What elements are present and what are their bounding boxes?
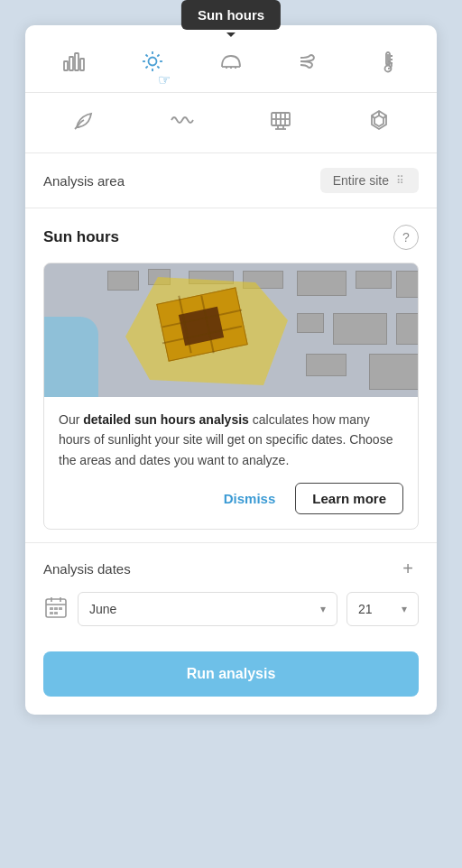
day-select[interactable]: 21 ▾ — [346, 592, 419, 626]
day-value: 21 — [358, 602, 373, 616]
month-select[interactable]: June ▾ — [78, 592, 337, 626]
help-button[interactable]: ? — [393, 225, 419, 250]
map-grey-bldg-9 — [306, 354, 346, 376]
sun-hours-section: Sun hours ? — [25, 208, 437, 530]
map-grey-bldg-10 — [369, 354, 418, 390]
info-card-body: Our detailed sun hours analysis calculat… — [44, 397, 418, 529]
svg-rect-2 — [75, 53, 79, 70]
svg-rect-41 — [59, 607, 62, 610]
calendar-icon — [43, 595, 69, 623]
dome-icon-btn[interactable] — [211, 42, 251, 81]
run-analysis-button[interactable]: Run analysis — [43, 651, 419, 697]
svg-rect-1 — [69, 57, 73, 70]
sun-hours-map-image — [44, 263, 418, 397]
svg-rect-0 — [64, 61, 68, 70]
sun-hours-tooltip: Sun hours — [181, 0, 281, 30]
svg-line-9 — [145, 55, 147, 57]
svg-rect-40 — [54, 607, 58, 610]
sun-hours-title: Sun hours — [43, 228, 119, 246]
day-chevron-icon: ▾ — [402, 603, 407, 615]
map-grey-bldg-4 — [356, 271, 392, 289]
sun-hours-icon-btn[interactable]: ☞ — [133, 42, 172, 81]
icon-toolbar-row2 — [25, 93, 437, 153]
grid-dots-icon: ⠿ — [396, 174, 406, 187]
map-grey-bldg-8 — [396, 313, 418, 345]
svg-rect-3 — [80, 59, 84, 70]
month-value: June — [89, 602, 116, 616]
map-water — [44, 317, 98, 397]
map-grey-bldg-1 — [107, 271, 139, 291]
wave-icon-btn[interactable] — [162, 100, 202, 140]
svg-rect-43 — [54, 612, 58, 614]
main-panel: ☞ — [25, 25, 437, 715]
info-card-actions: Dismiss Learn more — [59, 483, 403, 514]
info-card-text: Our detailed sun hours analysis calculat… — [59, 410, 403, 470]
month-chevron-icon: ▾ — [320, 603, 326, 615]
svg-rect-42 — [50, 612, 53, 614]
svg-point-4 — [148, 58, 156, 66]
solar-panel-icon-btn[interactable] — [261, 100, 300, 140]
learn-more-button[interactable]: Learn more — [295, 483, 403, 514]
analysis-area-value: Entire site — [333, 173, 389, 188]
info-card: Our detailed sun hours analysis calculat… — [43, 263, 419, 530]
svg-rect-39 — [50, 607, 53, 610]
map-grey-bldg-3 — [297, 271, 346, 296]
dismiss-button[interactable]: Dismiss — [215, 485, 285, 512]
map-grey-bldg-7 — [333, 313, 387, 345]
wind-icon-btn[interactable] — [290, 42, 329, 81]
date-row: June ▾ 21 ▾ — [43, 592, 419, 626]
add-date-button[interactable]: + — [397, 558, 419, 579]
svg-marker-31 — [374, 115, 383, 126]
analysis-dates-title: Analysis dates — [43, 561, 131, 577]
cube-icon-btn[interactable] — [359, 100, 399, 140]
bar-chart-icon-btn[interactable] — [54, 42, 94, 81]
svg-line-12 — [145, 66, 147, 68]
leaf-icon-btn[interactable] — [64, 100, 104, 140]
sun-hours-header: Sun hours ? — [43, 225, 419, 250]
analysis-area-section: Analysis area Entire site ⠿ — [25, 153, 437, 208]
map-grey-bldg-5 — [396, 271, 418, 298]
analysis-area-label: Analysis area — [43, 173, 125, 189]
svg-line-11 — [157, 55, 159, 57]
analysis-dates-header: Analysis dates + — [43, 558, 419, 579]
analysis-dates-section: Analysis dates + June — [25, 542, 437, 651]
temperature-icon-btn[interactable] — [368, 42, 408, 81]
cursor-icon: ☞ — [158, 71, 171, 88]
svg-line-10 — [157, 66, 159, 68]
analysis-area-badge[interactable]: Entire site ⠿ — [320, 168, 419, 193]
map-grey-bldg-6 — [297, 313, 324, 333]
